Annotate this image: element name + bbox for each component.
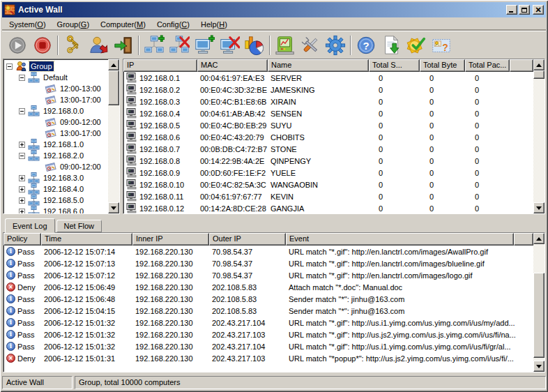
computer-row[interactable]: 192.168.0.4 00:04:61:AB:AB:42 SENSEN 0 0… bbox=[123, 107, 533, 119]
tree-item[interactable]: 192.168.1.0 bbox=[3, 139, 108, 150]
column-header-event[interactable]: Event bbox=[286, 233, 514, 246]
tree-item[interactable]: 192.168.3.0 bbox=[3, 172, 108, 183]
close-button[interactable]: ✕ bbox=[533, 5, 544, 15]
update-button[interactable] bbox=[379, 33, 404, 57]
about-icon: ? bbox=[431, 35, 452, 56]
tree-item[interactable]: 09:00-12:00 bbox=[3, 116, 108, 128]
event-row[interactable]: Deny 2006-12-12 15:01:31 192.168.220.130… bbox=[3, 352, 533, 364]
delete-computer-button[interactable] bbox=[217, 33, 242, 57]
event-row[interactable]: Pass 2006-12-12 15:07:12 192.168.220.130… bbox=[3, 269, 533, 281]
tab-net-flow[interactable]: Net Flow bbox=[56, 220, 102, 232]
events-scrollbar[interactable] bbox=[533, 233, 545, 372]
event-row[interactable]: Pass 2006-12-12 15:01:32 192.168.220.130… bbox=[3, 340, 533, 352]
column-header-mac[interactable]: MAC bbox=[197, 59, 268, 72]
config-button[interactable] bbox=[323, 33, 348, 57]
tree-expand-toggle[interactable] bbox=[19, 75, 25, 81]
tree-item[interactable]: 192.168.2.0 bbox=[3, 150, 108, 161]
exit-button[interactable] bbox=[111, 33, 136, 57]
minimize-button[interactable] bbox=[506, 5, 517, 15]
scroll-up-icon bbox=[536, 61, 542, 67]
menu-help[interactable]: Help(H) bbox=[195, 19, 233, 30]
computer-ip: 192.168.0.9 bbox=[139, 169, 180, 177]
event-row[interactable]: Pass 2006-12-12 15:01:32 192.168.220.130… bbox=[3, 317, 533, 329]
tree-expand-toggle[interactable] bbox=[19, 142, 25, 148]
add-group-button[interactable] bbox=[142, 33, 167, 57]
tree-scrollbar[interactable] bbox=[108, 59, 119, 213]
about-button[interactable]: ? bbox=[429, 33, 454, 57]
menu-group[interactable]: Group(G) bbox=[52, 19, 95, 30]
tree-item[interactable]: 192.168.6.0 bbox=[3, 206, 108, 213]
event-row[interactable]: Pass 2006-12-12 15:04:15 192.168.220.130… bbox=[3, 305, 533, 317]
column-header-ip[interactable]: IP bbox=[123, 59, 197, 72]
event-row[interactable]: Pass 2006-12-12 15:07:13 192.168.220.130… bbox=[3, 257, 533, 269]
computer-row[interactable]: 192.168.0.1 00:04:61:97:EA:E3 SERVER 0 0… bbox=[123, 72, 533, 84]
column-header-name[interactable]: Name bbox=[268, 59, 369, 72]
add-computer-button[interactable] bbox=[192, 33, 217, 57]
column-header-time[interactable]: Time bbox=[41, 233, 132, 246]
menu-system[interactable]: System(O) bbox=[3, 19, 52, 30]
delete-group-button[interactable] bbox=[167, 33, 192, 57]
tree-item[interactable]: Group bbox=[3, 61, 108, 72]
tree-expand-toggle[interactable] bbox=[19, 175, 25, 181]
tree-item[interactable]: 13:00-17:00 bbox=[3, 94, 108, 105]
tree-expand-toggle[interactable] bbox=[19, 186, 25, 193]
start-icon bbox=[7, 35, 28, 56]
network-group-icon bbox=[28, 105, 40, 116]
tree-item-label: 192.168.5.0 bbox=[42, 195, 85, 205]
help-button[interactable]: ? bbox=[353, 33, 379, 57]
tree-item[interactable]: 12:00-13:00 bbox=[3, 83, 108, 94]
tree-item[interactable]: 192.168.0.0 bbox=[3, 105, 108, 116]
column-header-filler bbox=[510, 59, 533, 72]
tab-event-log[interactable]: Event Log bbox=[5, 218, 55, 233]
statistics-button[interactable] bbox=[242, 33, 267, 57]
tree-expand-toggle[interactable] bbox=[6, 63, 13, 70]
event-row[interactable]: Pass 2006-12-12 15:06:48 192.168.220.130… bbox=[3, 293, 533, 305]
column-header-outer-ip[interactable]: Outer IP bbox=[209, 233, 286, 246]
event-outer-ip: 202.43.217.104 bbox=[209, 319, 286, 327]
column-header-total-size[interactable]: Total S... bbox=[369, 59, 420, 72]
tree-item[interactable]: 09:00-12:00 bbox=[3, 161, 108, 172]
stop-button[interactable] bbox=[30, 33, 55, 57]
computer-row[interactable]: 192.168.0.5 00:E0:4C:B0:EB:29 SUYU 0 0 0 bbox=[123, 119, 533, 131]
tree-scroll-thumb[interactable] bbox=[108, 70, 119, 105]
tree-item[interactable]: 192.168.4.0 bbox=[3, 183, 108, 195]
computer-row[interactable]: 192.168.0.10 00:E0:4C:82:5A:3C WANGAOBIN… bbox=[123, 179, 533, 190]
column-header-policy[interactable]: Policy bbox=[3, 233, 41, 246]
tree-item[interactable]: Default bbox=[3, 72, 108, 83]
computer-row[interactable]: 192.168.0.11 00:04:61:97:67:77 KEVIN 0 0… bbox=[123, 190, 533, 202]
tree-item[interactable]: 13:00-17:00 bbox=[3, 128, 108, 139]
computer-row[interactable]: 192.168.0.3 00:E0:4C:B1:E8:6B XIRAIN 0 0… bbox=[123, 96, 533, 107]
column-header-inner-ip[interactable]: Inner IP bbox=[132, 233, 209, 246]
computer-mac: 00:04:61:97:EA:E3 bbox=[197, 74, 268, 82]
computer-total-pac: 0 bbox=[465, 204, 510, 213]
computer-row[interactable]: 192.168.0.9 00:0D:60:FE:1E:F2 YUELE 0 0 … bbox=[123, 167, 533, 179]
maximize-button[interactable] bbox=[519, 5, 530, 15]
logout-button[interactable] bbox=[86, 33, 111, 57]
tree-item[interactable]: 192.168.5.0 bbox=[3, 195, 108, 206]
computer-row[interactable]: 192.168.0.12 00:14:2A:8D:CE:28 GANGJIA 0… bbox=[123, 202, 533, 213]
column-header-total-pac[interactable]: Total Pac... bbox=[465, 59, 510, 72]
event-row[interactable]: Pass 2006-12-12 15:07:14 192.168.220.130… bbox=[3, 246, 533, 257]
tree-expand-toggle[interactable] bbox=[19, 197, 25, 204]
menu-computer[interactable]: Computer(M) bbox=[95, 19, 151, 30]
events-scroll-thumb[interactable] bbox=[533, 273, 545, 358]
netflow-button[interactable] bbox=[273, 33, 298, 57]
computers-scroll-thumb[interactable] bbox=[533, 70, 545, 79]
tools-button[interactable] bbox=[298, 33, 323, 57]
event-row[interactable]: Pass 2006-12-12 15:01:32 192.168.220.130… bbox=[3, 329, 533, 340]
computers-scrollbar[interactable] bbox=[533, 59, 545, 213]
computer-row[interactable]: 192.168.0.2 00:E0:4C:3D:32:BE JAMESKING … bbox=[123, 84, 533, 96]
computer-ip: 192.168.0.5 bbox=[139, 121, 180, 130]
menu-config[interactable]: Config(C) bbox=[151, 19, 195, 30]
tree-expand-toggle[interactable] bbox=[19, 153, 25, 159]
start-button[interactable] bbox=[5, 33, 30, 57]
column-header-total-byte[interactable]: Total Byte bbox=[420, 59, 465, 72]
tree-expand-toggle[interactable] bbox=[19, 209, 25, 214]
event-row[interactable]: Deny 2006-12-12 15:06:49 192.168.220.130… bbox=[3, 281, 533, 293]
tree-expand-toggle[interactable] bbox=[19, 108, 25, 114]
computer-row[interactable]: 192.168.0.8 00:14:22:9B:4A:2E QINPENGY 0… bbox=[123, 155, 533, 167]
computer-row[interactable]: 192.168.0.7 00:0B:DB:C4:72:B7 STONE 0 0 … bbox=[123, 143, 533, 155]
password-button[interactable] bbox=[61, 33, 86, 57]
computer-row[interactable]: 192.168.0.6 00:E0:4C:43:20:79 CHOBITS 0 … bbox=[123, 131, 533, 143]
register-button[interactable] bbox=[404, 33, 429, 57]
